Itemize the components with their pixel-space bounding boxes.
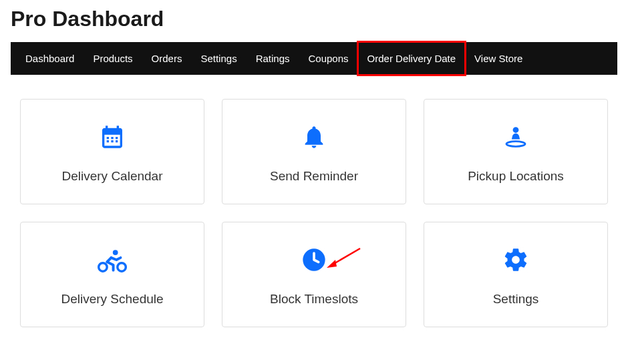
card-label: Block Timeslots	[236, 292, 392, 307]
svg-point-2	[99, 263, 108, 272]
nav-item-products[interactable]: Products	[84, 42, 142, 75]
nav-item-orders[interactable]: Orders	[142, 42, 192, 75]
gear-icon	[438, 245, 594, 275]
card-label: Delivery Calendar	[34, 169, 190, 184]
card-label: Settings	[438, 292, 594, 307]
navbar: Dashboard Products Orders Settings Ratin…	[11, 42, 617, 75]
card-delivery-calendar[interactable]: Delivery Calendar	[20, 99, 204, 204]
svg-point-3	[118, 263, 126, 272]
card-grid: Delivery Calendar Send Reminder Pickup L…	[11, 99, 617, 327]
nav-item-order-delivery-date[interactable]: Order Delivery Date	[358, 42, 466, 75]
card-settings[interactable]: Settings	[424, 222, 608, 327]
card-label: Delivery Schedule	[34, 292, 190, 307]
bell-icon	[236, 122, 392, 152]
card-label: Pickup Locations	[438, 169, 594, 184]
card-label: Send Reminder	[236, 169, 392, 184]
svg-point-4	[113, 250, 118, 255]
card-send-reminder[interactable]: Send Reminder	[222, 99, 406, 204]
person-pin-icon	[438, 122, 594, 152]
page-title: Pro Dashboard	[11, 7, 617, 31]
nav-item-ratings[interactable]: Ratings	[247, 42, 299, 75]
nav-item-view-store[interactable]: View Store	[465, 42, 532, 75]
nav-item-settings[interactable]: Settings	[191, 42, 246, 75]
card-pickup-locations[interactable]: Pickup Locations	[424, 99, 608, 204]
nav-item-coupons[interactable]: Coupons	[299, 42, 358, 75]
card-block-timeslots[interactable]: Block Timeslots	[222, 222, 406, 327]
calendar-icon	[34, 122, 190, 152]
cyclist-icon	[34, 245, 190, 275]
svg-point-0	[513, 127, 519, 133]
svg-point-1	[506, 142, 525, 147]
card-delivery-schedule[interactable]: Delivery Schedule	[20, 222, 204, 327]
clock-icon	[236, 245, 392, 275]
nav-item-dashboard[interactable]: Dashboard	[16, 42, 84, 75]
